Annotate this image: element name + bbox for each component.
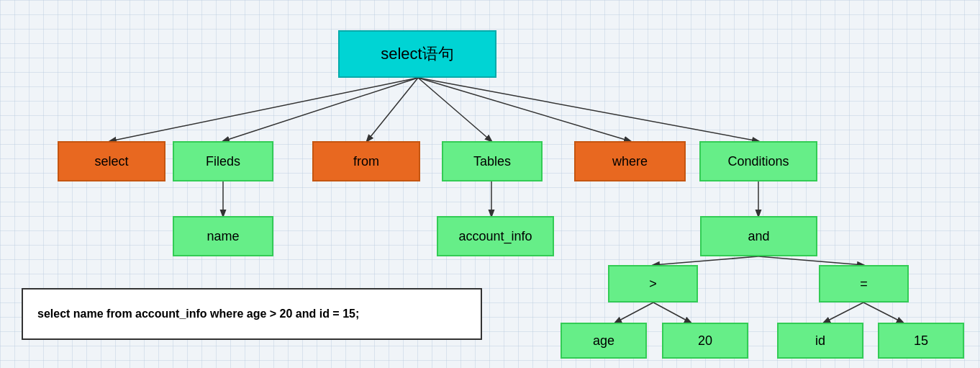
select-kw-label: select [94, 154, 128, 169]
gt-label: > [649, 277, 657, 292]
svg-line-1 [223, 78, 418, 141]
account-info-node: account_info [437, 216, 554, 256]
name-label: name [207, 229, 239, 244]
svg-line-2 [367, 78, 418, 141]
svg-line-0 [110, 78, 418, 141]
svg-line-3 [418, 78, 491, 141]
from-keyword-node: from [312, 141, 420, 181]
svg-line-10 [758, 256, 863, 265]
id-label: id [815, 333, 825, 349]
eq-label: = [860, 277, 868, 292]
sql-text: select name from account_info where age … [37, 308, 359, 320]
gt-node: > [608, 265, 698, 302]
eq-node: = [819, 265, 909, 302]
root-node: select语句 [338, 30, 496, 78]
svg-line-14 [863, 302, 903, 323]
where-keyword-node: where [574, 141, 686, 181]
svg-line-13 [824, 302, 863, 323]
conditions-node: Conditions [699, 141, 817, 181]
root-label: select语句 [381, 43, 453, 65]
and-node: and [700, 216, 817, 256]
where-kw-label: where [612, 154, 648, 169]
svg-line-5 [418, 78, 758, 141]
age-node: age [561, 323, 647, 359]
id-node: id [777, 323, 863, 359]
account-info-label: account_info [458, 229, 532, 244]
twenty-node: 20 [662, 323, 748, 359]
fields-node: Fileds [173, 141, 273, 181]
select-keyword-node: select [58, 141, 165, 181]
age-label: age [593, 333, 614, 349]
fifteen-label: 15 [914, 333, 928, 349]
sql-statement-box: select name from account_info where age … [22, 288, 482, 340]
svg-line-11 [615, 302, 653, 323]
fields-label: Fileds [206, 154, 240, 169]
tables-node: Tables [442, 141, 543, 181]
svg-line-4 [418, 78, 630, 141]
and-label: and [748, 229, 769, 244]
conditions-label: Conditions [727, 154, 789, 169]
tables-label: Tables [473, 154, 511, 169]
svg-line-12 [653, 302, 691, 323]
twenty-label: 20 [698, 333, 712, 349]
from-kw-label: from [353, 154, 379, 169]
name-node: name [173, 216, 273, 256]
svg-line-9 [653, 256, 758, 265]
fifteen-node: 15 [878, 323, 964, 359]
